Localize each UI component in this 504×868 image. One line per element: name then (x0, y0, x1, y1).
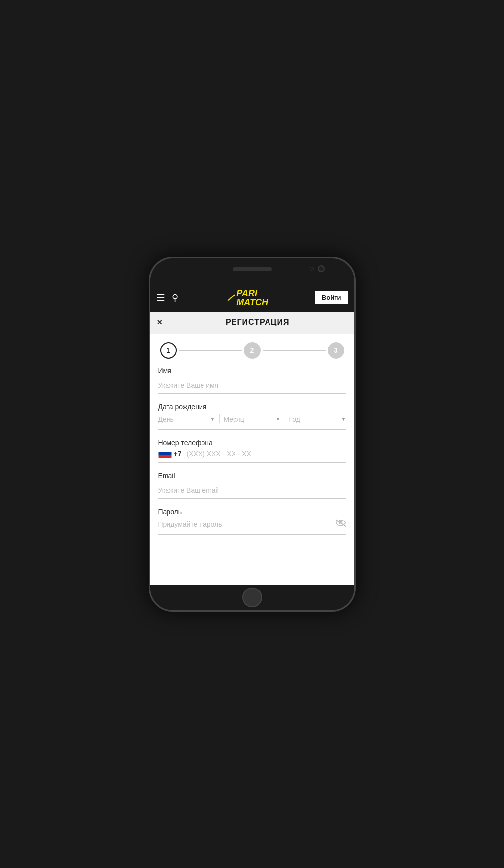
phone-input[interactable] (186, 450, 346, 458)
form-content: Имя Дата рождения День ▼ Меся (150, 367, 354, 585)
logo-line1: PARI (236, 289, 268, 298)
step-2: 2 (244, 342, 261, 359)
svg-rect-2 (158, 455, 171, 458)
year-wrapper: Год ▼ (289, 414, 346, 425)
dob-row: День ▼ Месяц ▼ Год (158, 414, 346, 430)
password-label: Пароль (158, 508, 346, 516)
month-wrapper: Месяц ▼ (224, 414, 281, 425)
svg-rect-1 (158, 452, 171, 455)
phone-label: Номер телефона (158, 439, 346, 447)
day-select[interactable]: День (158, 414, 210, 425)
email-input[interactable] (158, 483, 346, 499)
dob-divider-1 (219, 414, 220, 423)
day-wrapper: День ▼ (158, 414, 215, 425)
app-header: ☰ ⚲ ⟋ PARI MATCH Войти (150, 284, 354, 312)
header-left: ☰ ⚲ (156, 292, 178, 304)
camera (318, 265, 325, 272)
phone-screen: ☰ ⚲ ⟋ PARI MATCH Войти × РЕГИСТРАЦИЯ (150, 284, 354, 585)
email-field-group: Email (158, 472, 346, 499)
phone-top-bezel (150, 258, 354, 284)
step-3: 3 (328, 342, 344, 359)
dob-divider-2 (285, 414, 285, 423)
close-button[interactable]: × (157, 317, 163, 328)
search-icon[interactable]: ⚲ (172, 292, 178, 303)
month-chevron-icon: ▼ (276, 417, 281, 422)
speaker (233, 267, 272, 271)
step-line-2 (263, 350, 326, 351)
home-button[interactable] (242, 588, 262, 607)
month-select[interactable]: Месяц (224, 414, 276, 425)
step-1: 1 (160, 342, 177, 359)
registration-header: × РЕГИСТРАЦИЯ (150, 312, 354, 334)
russia-flag-icon (158, 450, 172, 458)
year-select[interactable]: Год (289, 414, 341, 425)
password-wrapper (158, 519, 346, 535)
step-line-1 (179, 350, 242, 351)
phone-bottom-bezel (150, 585, 354, 610)
email-label: Email (158, 472, 346, 480)
volume-button (149, 357, 150, 382)
dob-label: Дата рождения (158, 403, 346, 411)
steps-indicator: 1 2 3 (150, 334, 354, 367)
logo-line2: MATCH (236, 298, 268, 307)
power-button (354, 347, 356, 382)
phone-row: +7 (158, 450, 346, 463)
day-chevron-icon: ▼ (210, 417, 215, 422)
phone-device: ☰ ⚲ ⟋ PARI MATCH Войти × РЕГИСТРАЦИЯ (149, 257, 356, 612)
name-label: Имя (158, 367, 346, 375)
registration-title: РЕГИСТРАЦИЯ (168, 318, 347, 327)
password-field-group: Пароль (158, 508, 346, 535)
dob-field-group: Дата рождения День ▼ Месяц ▼ (158, 403, 346, 430)
sensor (310, 267, 314, 271)
password-input[interactable] (158, 519, 336, 530)
phone-country-code: +7 (174, 450, 182, 458)
logo: ⟋ PARI MATCH (225, 289, 268, 307)
name-field-group: Имя (158, 367, 346, 394)
eye-hide-icon[interactable] (336, 519, 346, 529)
phone-field-group: Номер телефона +7 (158, 439, 346, 463)
year-chevron-icon: ▼ (341, 417, 346, 422)
hamburger-icon[interactable]: ☰ (156, 292, 165, 304)
name-input[interactable] (158, 378, 346, 394)
login-button[interactable]: Войти (315, 291, 348, 304)
flag-container[interactable]: +7 (158, 450, 182, 458)
